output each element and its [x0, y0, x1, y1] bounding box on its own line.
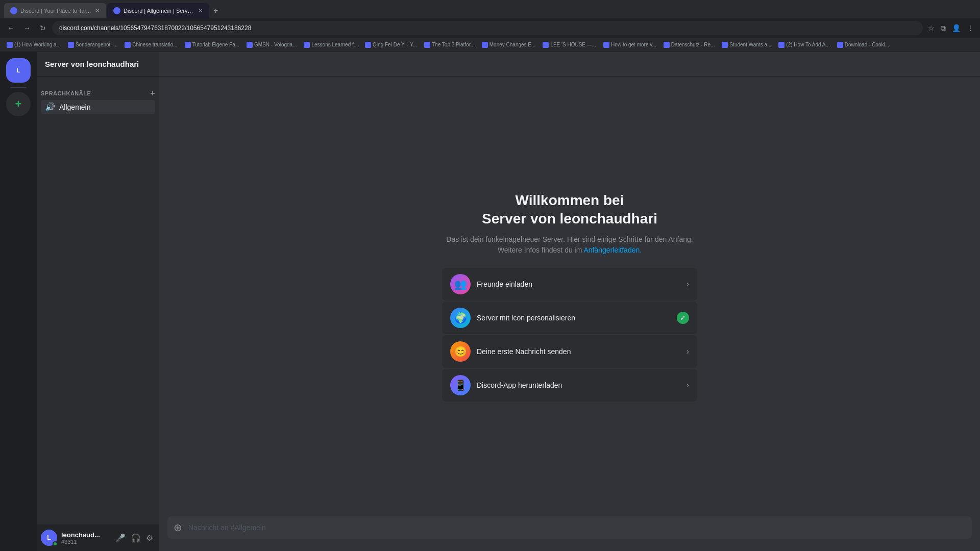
- welcome-title: Willkommen beiServer von leonchaudhari: [442, 191, 697, 229]
- channel-category-sprachkanaele: SPRACHKANÄLE +: [37, 81, 159, 100]
- bookmark-8[interactable]: Money Changes E...: [479, 41, 538, 49]
- action-label-message: Deine erste Nachricht senden: [477, 347, 680, 356]
- welcome-server-name: Server von leonchaudhari: [482, 211, 657, 227]
- bookmark-1[interactable]: Sonderangebot! ...: [65, 41, 120, 49]
- mute-button[interactable]: 🎤: [113, 531, 128, 545]
- settings-button[interactable]: ⚙: [144, 531, 155, 545]
- user-info: leonchaud... #3311: [61, 531, 109, 545]
- browser-tab-1[interactable]: Discord | Your Place to Talk a... ✕: [4, 3, 106, 18]
- tab-label-2: Discord | Allgemein | Server ...: [124, 8, 195, 14]
- bookmark-star-button[interactable]: ☆: [926, 22, 937, 34]
- tab-close-1[interactable]: ✕: [95, 7, 100, 14]
- browser-tab-2[interactable]: Discord | Allgemein | Server ... ✕: [107, 3, 209, 18]
- voice-channel-icon: 🔊: [45, 102, 55, 112]
- bookmark-6[interactable]: Qing Fei De Yi - Y...: [362, 41, 420, 49]
- discord-app: L + Server von leonchaudhari SPRACHKANÄL…: [0, 52, 980, 551]
- server-icon-leonchaudhari[interactable]: L: [6, 58, 31, 83]
- user-initials: L: [47, 534, 51, 541]
- bookmark-13[interactable]: (2) How To Add A...: [776, 41, 832, 49]
- bookmark-4[interactable]: GMSN - Vologda...: [244, 41, 299, 49]
- action-item-invite[interactable]: 👥 Freunde einladen ›: [442, 268, 697, 300]
- action-chevron-invite: ›: [687, 280, 689, 289]
- bookmark-10[interactable]: How to get more v...: [601, 41, 659, 49]
- server-header[interactable]: Server von leonchaudhari: [37, 52, 159, 77]
- action-label-invite: Freunde einladen: [477, 280, 680, 288]
- bookmark-12[interactable]: Student Wants a...: [719, 41, 774, 49]
- message-input-area: ⊕: [159, 516, 980, 551]
- tab-close-2[interactable]: ✕: [198, 7, 203, 14]
- channel-list: SPRACHKANÄLE + 🔊 Allgemein: [37, 77, 159, 524]
- channel-header: [159, 52, 980, 77]
- action-item-message[interactable]: 😊 Deine erste Nachricht senden ›: [442, 335, 697, 368]
- bookmarks-bar: (1) How Working a...Sonderangebot! ...Ch…: [0, 38, 980, 52]
- user-name: leonchaud...: [61, 531, 109, 539]
- tab-favicon-2: [113, 7, 120, 14]
- action-item-app[interactable]: 📱 Discord-App herunterladen ›: [442, 369, 697, 402]
- user-actions: 🎤 🎧 ⚙: [113, 531, 155, 545]
- address-bar-row: ← → ↻ discord.com/channels/1056547947631…: [0, 18, 980, 38]
- content-area: Willkommen beiServer von leonchaudhari D…: [159, 77, 980, 516]
- action-icon-invite: 👥: [450, 274, 471, 294]
- category-add-button[interactable]: +: [150, 89, 155, 98]
- menu-button[interactable]: ⋮: [965, 22, 976, 34]
- channel-item-allgemein[interactable]: 🔊 Allgemein: [41, 100, 155, 114]
- bookmark-3[interactable]: Tutorial: Eigene Fa...: [182, 41, 242, 49]
- user-discriminator: #3311: [61, 539, 109, 545]
- server-list: L +: [0, 52, 37, 551]
- action-check-icon: ✓: [677, 312, 689, 324]
- browser-actions: ☆ ⧉ 👤 ⋮: [926, 22, 976, 35]
- forward-button[interactable]: →: [20, 22, 34, 34]
- address-box[interactable]: discord.com/channels/1056547947631870022…: [52, 21, 923, 35]
- bookmark-14[interactable]: Download - Cooki...: [835, 41, 892, 49]
- tab-bar: Discord | Your Place to Talk a... ✕ Disc…: [0, 0, 980, 18]
- action-icon-app: 📱: [450, 375, 471, 395]
- bookmark-11[interactable]: Datenschutz - Re...: [661, 41, 718, 49]
- action-icon-message: 😊: [450, 341, 471, 362]
- address-text: discord.com/channels/1056547947631870022…: [59, 24, 251, 32]
- message-input[interactable]: [188, 523, 966, 532]
- message-add-button[interactable]: ⊕: [174, 521, 182, 534]
- user-panel: L leonchaud... #3311 🎤 🎧 ⚙: [37, 524, 159, 551]
- server-separator: [10, 87, 27, 88]
- welcome-card: Willkommen beiServer von leonchaudhari D…: [442, 191, 697, 402]
- action-icon-icon: 🌍: [450, 308, 471, 328]
- bookmark-9[interactable]: LEE 'S HOUSE —...: [540, 41, 599, 49]
- bookmark-2[interactable]: Chinese translatio...: [122, 41, 180, 49]
- back-button[interactable]: ←: [4, 22, 17, 34]
- bookmark-0[interactable]: (1) How Working a...: [4, 41, 63, 49]
- browser-chrome: Discord | Your Place to Talk a... ✕ Disc…: [0, 0, 980, 52]
- channel-label: Allgemein: [59, 103, 90, 111]
- user-avatar: L: [41, 530, 57, 546]
- action-chevron-message: ›: [687, 347, 689, 356]
- action-list: 👥 Freunde einladen › 🌍 Server mit Icon p…: [442, 268, 697, 402]
- server-name: Server von leonchaudhari: [45, 60, 139, 68]
- action-chevron-app: ›: [687, 381, 689, 390]
- channel-sidebar: Server von leonchaudhari SPRACHKANÄLE + …: [37, 52, 159, 551]
- message-input-box: ⊕: [167, 516, 972, 539]
- deafen-button[interactable]: 🎧: [129, 531, 143, 545]
- tab-label-1: Discord | Your Place to Talk a...: [20, 8, 92, 14]
- user-status-indicator: [53, 541, 58, 546]
- main-content: Willkommen beiServer von leonchaudhari D…: [159, 52, 980, 551]
- new-tab-button[interactable]: +: [210, 6, 221, 15]
- action-label-app: Discord-App herunterladen: [477, 381, 680, 389]
- bookmark-5[interactable]: Lessons Learned f...: [301, 41, 360, 49]
- reload-button[interactable]: ↻: [37, 22, 49, 34]
- category-label: SPRACHKANÄLE: [41, 90, 91, 96]
- profile-button[interactable]: 👤: [950, 22, 963, 34]
- anfaengerleitfaden-link[interactable]: Anfängerleitfaden.: [583, 246, 642, 254]
- tab-favicon-1: [10, 7, 17, 14]
- action-item-icon[interactable]: 🌍 Server mit Icon personalisieren ✓: [442, 302, 697, 334]
- extensions-button[interactable]: ⧉: [939, 22, 948, 35]
- welcome-subtitle-text: Das ist dein funkelnagel­neuer Server. H…: [446, 235, 693, 254]
- welcome-subtitle: Das ist dein funkelnagel­neuer Server. H…: [442, 234, 697, 256]
- bookmark-7[interactable]: The Top 3 Platfor...: [422, 41, 477, 49]
- server-icon-add[interactable]: +: [6, 92, 31, 116]
- action-label-icon: Server mit Icon personalisieren: [477, 314, 671, 322]
